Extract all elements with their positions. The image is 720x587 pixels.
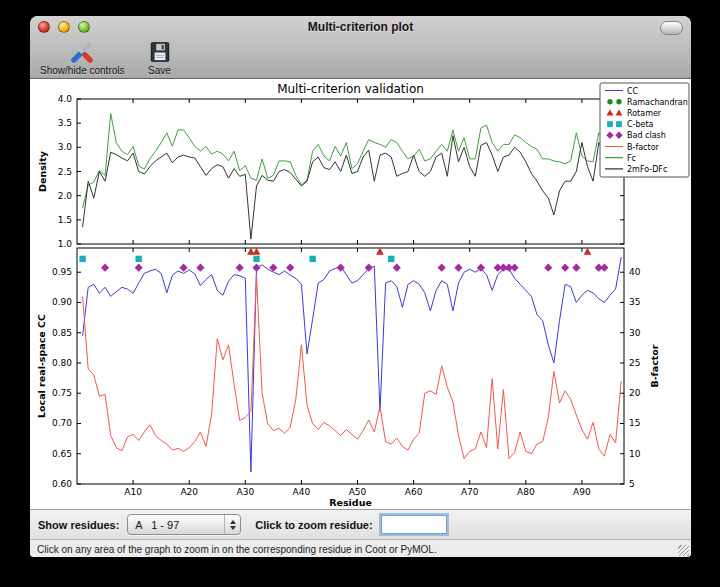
status-message: Click on any area of the graph to zoom i…	[37, 544, 437, 555]
svg-text:A20: A20	[180, 487, 198, 497]
svg-text:1.0: 1.0	[58, 239, 73, 249]
save-button[interactable]: Save	[147, 39, 173, 76]
svg-text:A50: A50	[349, 487, 367, 497]
svg-text:2.0: 2.0	[58, 191, 73, 201]
svg-text:C-beta: C-beta	[627, 120, 654, 129]
svg-text:0.80: 0.80	[52, 358, 72, 368]
svg-text:0.65: 0.65	[52, 449, 72, 459]
zoom-residue-label: Click to zoom residue:	[255, 519, 372, 531]
tools-icon	[69, 39, 95, 65]
svg-text:0.75: 0.75	[52, 388, 72, 398]
multi-criterion-plot-window: Multi-criterion plot Show/hide controls	[30, 16, 691, 557]
show-hide-controls-button[interactable]: Show/hide controls	[40, 39, 125, 76]
popup-stepper-icon	[224, 515, 240, 534]
svg-text:30: 30	[629, 328, 641, 338]
svg-text:10: 10	[629, 449, 641, 459]
show-residues-select[interactable]: A 1 - 97	[127, 514, 241, 535]
resize-grip[interactable]	[678, 545, 689, 556]
svg-text:Ramachandran: Ramachandran	[627, 98, 688, 107]
svg-text:2.5: 2.5	[58, 167, 72, 177]
svg-text:0.95: 0.95	[52, 267, 72, 277]
window-title: Multi-criterion plot	[30, 20, 691, 34]
svg-text:A30: A30	[237, 487, 255, 497]
screen: { "window": { "title": "Multi-criterion …	[0, 0, 720, 587]
svg-text:35: 35	[629, 297, 640, 307]
svg-text:3.5: 3.5	[58, 118, 72, 128]
svg-text:15: 15	[629, 418, 640, 428]
svg-text:0.60: 0.60	[52, 479, 72, 489]
svg-text:A70: A70	[461, 487, 479, 497]
window-chrome: Multi-criterion plot Show/hide controls	[30, 16, 691, 79]
save-label: Save	[148, 65, 171, 76]
plot-figure: 1.01.52.02.53.03.54.00.600.650.700.750.8…	[30, 79, 691, 509]
svg-text:Local real-space CC: Local real-space CC	[36, 314, 47, 418]
svg-text:20: 20	[629, 388, 641, 398]
status-bar: Click on any area of the graph to zoom i…	[30, 539, 691, 557]
svg-text:40: 40	[629, 267, 641, 277]
svg-text:CC: CC	[627, 87, 639, 96]
svg-text:0.70: 0.70	[52, 418, 72, 428]
svg-text:Density: Density	[37, 150, 48, 192]
svg-text:A60: A60	[405, 487, 423, 497]
svg-text:B-factor: B-factor	[627, 143, 660, 152]
svg-text:4.0: 4.0	[58, 94, 73, 104]
zoom-residue-input[interactable]	[381, 515, 447, 534]
show-hide-controls-label: Show/hide controls	[40, 65, 125, 76]
svg-text:Residue: Residue	[329, 497, 372, 508]
svg-text:25: 25	[629, 358, 640, 368]
svg-text:A80: A80	[517, 487, 535, 497]
svg-text:2mFo-DFc: 2mFo-DFc	[627, 165, 667, 174]
svg-text:3.0: 3.0	[58, 142, 73, 152]
svg-text:Multi-criterion validation: Multi-criterion validation	[277, 82, 424, 96]
save-icon	[147, 39, 173, 65]
svg-text:1.5: 1.5	[58, 215, 72, 225]
svg-text:A10: A10	[124, 487, 142, 497]
svg-text:0.90: 0.90	[52, 297, 72, 307]
svg-text:Rotamer: Rotamer	[627, 109, 662, 118]
svg-text:A40: A40	[293, 487, 311, 497]
svg-text:B-factor: B-factor	[649, 344, 660, 387]
toolbar: Show/hide controls Save	[30, 38, 691, 76]
multi-criterion-chart[interactable]: 1.01.52.02.53.03.54.00.600.650.700.750.8…	[30, 79, 691, 509]
titlebar[interactable]: Multi-criterion plot	[30, 16, 691, 38]
controls-bar: Show residues: A 1 - 97 Click to zoom re…	[30, 509, 691, 539]
svg-text:Bad clash: Bad clash	[627, 131, 666, 140]
svg-text:A90: A90	[573, 487, 591, 497]
toolbar-toggle-button[interactable]	[660, 21, 683, 35]
svg-text:5: 5	[629, 479, 635, 489]
show-residues-label: Show residues:	[38, 519, 119, 531]
svg-text:0.85: 0.85	[52, 328, 72, 338]
show-residues-value: A 1 - 97	[128, 519, 224, 531]
svg-text:Fc: Fc	[627, 154, 636, 163]
